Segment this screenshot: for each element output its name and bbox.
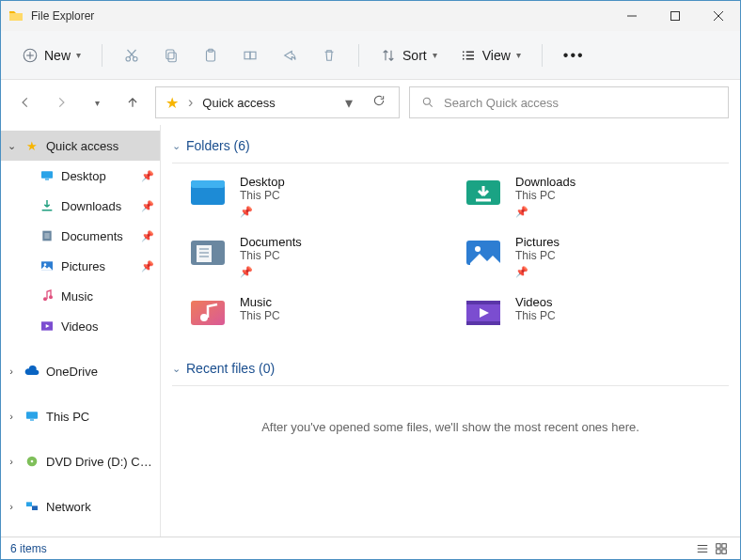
chevron-right-icon: › bbox=[188, 94, 193, 111]
svg-rect-16 bbox=[250, 52, 256, 59]
chevron-down-icon[interactable]: ⌄ bbox=[5, 140, 18, 152]
separator bbox=[102, 44, 102, 67]
close-button[interactable] bbox=[697, 1, 740, 31]
maximize-button[interactable] bbox=[654, 1, 697, 31]
up-button[interactable] bbox=[119, 89, 146, 116]
downloads-icon bbox=[39, 197, 55, 214]
chevron-right-icon[interactable]: › bbox=[5, 366, 18, 377]
address-bar[interactable]: ★ › Quick access ▾ bbox=[155, 86, 400, 118]
history-dropdown[interactable]: ▾ bbox=[339, 94, 359, 112]
sidebar-item-quick-access[interactable]: ⌄ ★ Quick access bbox=[1, 131, 160, 161]
music-folder-icon bbox=[187, 295, 229, 331]
breadcrumb[interactable]: Quick access bbox=[202, 96, 329, 110]
sidebar-item-onedrive[interactable]: › OneDrive bbox=[1, 356, 160, 386]
sidebar-item-music[interactable]: Music bbox=[1, 281, 160, 311]
plus-circle-icon bbox=[22, 47, 39, 64]
sidebar-item-label: Desktop bbox=[61, 169, 135, 183]
rename-button[interactable] bbox=[234, 39, 266, 72]
app-icon bbox=[8, 8, 24, 23]
sidebar-item-pictures[interactable]: Pictures📌 bbox=[1, 251, 160, 281]
refresh-button[interactable] bbox=[369, 94, 389, 111]
window-title: File Explorer bbox=[31, 9, 610, 23]
paste-button[interactable] bbox=[195, 39, 227, 72]
sidebar-item-label: Videos bbox=[61, 319, 154, 334]
recent-header[interactable]: ⌄ Recent files (0) bbox=[172, 355, 729, 386]
titlebar: File Explorer bbox=[1, 1, 740, 31]
sidebar-item-network[interactable]: › Network bbox=[1, 491, 160, 521]
pin-icon: 📌 bbox=[141, 230, 154, 242]
pin-icon: 📌 bbox=[515, 206, 575, 218]
back-button[interactable] bbox=[12, 89, 39, 116]
sidebar-item-label: OneDrive bbox=[46, 365, 154, 379]
sidebar: ⌄ ★ Quick access Desktop📌Downloads📌Docum… bbox=[1, 125, 161, 537]
svg-rect-64 bbox=[722, 549, 726, 552]
view-button[interactable]: View ▾ bbox=[452, 39, 528, 72]
sidebar-item-desktop[interactable]: Desktop📌 bbox=[1, 161, 160, 191]
svg-rect-47 bbox=[197, 245, 212, 262]
separator bbox=[542, 44, 543, 67]
details-view-button[interactable] bbox=[693, 540, 712, 557]
folder-name: Desktop bbox=[240, 175, 285, 189]
svg-rect-40 bbox=[26, 502, 32, 506]
new-button[interactable]: New ▾ bbox=[14, 39, 88, 72]
copy-icon bbox=[163, 47, 180, 64]
minimize-button[interactable] bbox=[610, 1, 654, 31]
pin-icon: 📌 bbox=[141, 170, 154, 182]
search-box[interactable] bbox=[409, 86, 729, 118]
separator bbox=[358, 44, 359, 67]
folder-item-desktop[interactable]: DesktopThis PC📌 bbox=[187, 175, 453, 218]
recent-locations-button[interactable]: ▾ bbox=[84, 89, 110, 116]
view-label: View bbox=[482, 48, 511, 63]
more-button[interactable]: ••• bbox=[556, 39, 592, 72]
sort-button[interactable]: Sort ▾ bbox=[372, 39, 445, 72]
folder-name: Pictures bbox=[515, 235, 560, 249]
svg-rect-11 bbox=[168, 53, 176, 62]
desktop-icon bbox=[39, 167, 55, 184]
cut-button[interactable] bbox=[116, 39, 148, 72]
chevron-right-icon[interactable]: › bbox=[5, 456, 18, 467]
folders-header[interactable]: ⌄ Folders (6) bbox=[172, 132, 729, 163]
chevron-right-icon[interactable]: › bbox=[5, 501, 18, 512]
sort-label: Sort bbox=[402, 48, 427, 63]
svg-rect-41 bbox=[32, 506, 38, 510]
folder-item-pictures[interactable]: PicturesThis PC📌 bbox=[463, 235, 729, 278]
pin-icon: 📌 bbox=[240, 206, 285, 218]
svg-rect-15 bbox=[244, 52, 250, 59]
sidebar-item-label: DVD Drive (D:) CCSA bbox=[46, 455, 154, 469]
folder-name: Downloads bbox=[515, 175, 575, 189]
sidebar-item-dvd[interactable]: › DVD Drive (D:) CCSA bbox=[1, 446, 160, 476]
sidebar-item-this-pc[interactable]: › This PC bbox=[1, 401, 160, 431]
status-bar: 6 items bbox=[1, 537, 740, 559]
svg-point-52 bbox=[475, 246, 481, 252]
folder-item-documents[interactable]: DocumentsThis PC📌 bbox=[187, 235, 453, 278]
folder-item-videos[interactable]: VideosThis PC bbox=[463, 295, 729, 331]
svg-rect-12 bbox=[166, 50, 174, 59]
delete-button[interactable] bbox=[313, 39, 345, 72]
svg-rect-57 bbox=[466, 321, 500, 325]
folder-name: Documents bbox=[240, 235, 302, 249]
sidebar-item-documents[interactable]: Documents📌 bbox=[1, 221, 160, 251]
documents-icon bbox=[39, 227, 55, 244]
copy-button[interactable] bbox=[155, 39, 187, 72]
svg-rect-26 bbox=[45, 179, 49, 179]
share-button[interactable] bbox=[274, 39, 306, 72]
folder-sublabel: This PC bbox=[240, 249, 302, 262]
chevron-right-icon[interactable]: › bbox=[5, 411, 18, 422]
chevron-down-icon: ▾ bbox=[76, 50, 81, 60]
rename-icon bbox=[242, 47, 259, 64]
folder-item-downloads[interactable]: DownloadsThis PC📌 bbox=[463, 175, 729, 218]
sidebar-item-downloads[interactable]: Downloads📌 bbox=[1, 191, 160, 221]
sidebar-item-videos[interactable]: Videos bbox=[1, 311, 160, 341]
monitor-icon bbox=[24, 408, 40, 425]
forward-button[interactable] bbox=[48, 89, 74, 116]
thumbnails-view-button[interactable] bbox=[712, 540, 731, 557]
arrow-right-icon bbox=[55, 96, 68, 109]
folder-item-music[interactable]: MusicThis PC bbox=[187, 295, 453, 331]
star-icon: ★ bbox=[166, 94, 179, 112]
search-input[interactable] bbox=[444, 96, 717, 110]
svg-rect-43 bbox=[191, 180, 225, 188]
folder-name: Videos bbox=[515, 295, 556, 309]
recent-empty-message: After you've opened some files, we'll sh… bbox=[172, 397, 729, 457]
search-icon bbox=[421, 96, 434, 109]
sort-icon bbox=[380, 47, 397, 64]
